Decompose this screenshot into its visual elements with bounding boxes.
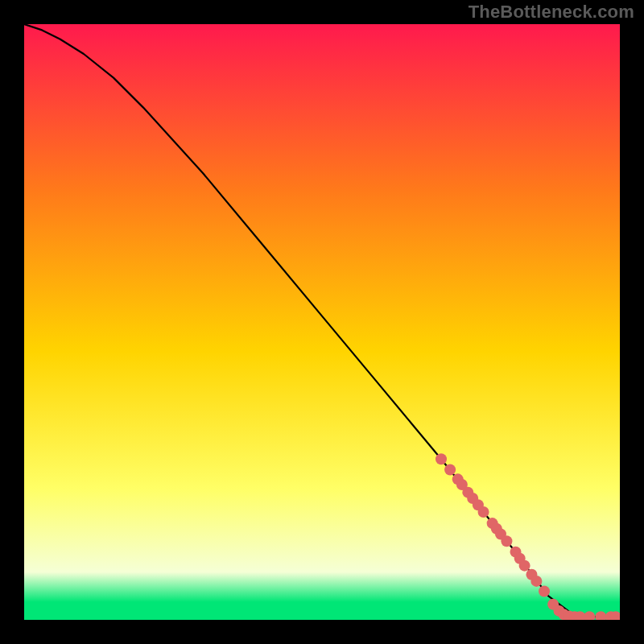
data-marker [519, 560, 530, 572]
data-marker [539, 585, 550, 597]
gradient-background [24, 24, 620, 620]
data-marker [478, 506, 489, 518]
plot-area [24, 24, 620, 620]
attribution-text: TheBottleneck.com [469, 2, 634, 23]
data-marker [501, 535, 512, 547]
data-marker [530, 576, 542, 587]
data-marker [436, 453, 447, 464]
chart-svg [24, 24, 620, 620]
chart-container: TheBottleneck.com [0, 0, 644, 644]
data-marker [444, 464, 456, 476]
